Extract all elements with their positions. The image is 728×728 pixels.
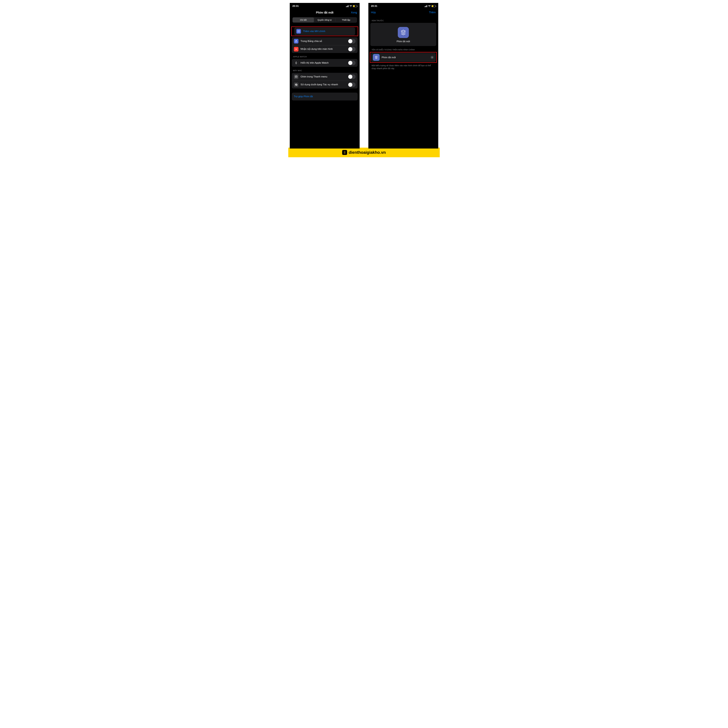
phone-right-add-to-home: 20:31 Hủy Thêm XEM TRƯỚC Phím tắt mới [369,3,438,148]
svg-rect-6 [298,32,298,32]
capture-icon [294,47,298,52]
battery-icon [431,5,436,7]
svg-rect-11 [295,62,297,64]
nav-bar: Phím tắt mới Xong [290,9,359,17]
shortcut-icon-picker[interactable] [373,54,379,61]
svg-point-10 [296,49,297,49]
toggle-share-sheet[interactable] [348,39,356,44]
cellular-icon [425,5,427,7]
nav-title: Phím tắt mới [316,11,333,14]
status-indicators [425,5,436,7]
status-bar: 20:31 [369,3,438,9]
svg-rect-12 [295,76,297,78]
section-header-preview: XEM TRƯỚC [369,17,438,23]
row-quick-action-label: Sử dụng dưới dạng Tác vụ nhanh [301,83,346,86]
status-time: 20:31 [292,5,299,8]
svg-rect-3 [298,31,298,31]
shortcut-preview-icon [398,27,409,38]
highlight-add-home: Thêm vào MH chính [291,26,358,36]
watermark-logo-icon [342,150,347,155]
row-help[interactable]: Trợ giúp Phím tắt [292,93,358,101]
row-apple-watch-label: Hiển thị trên Apple Watch [301,61,346,64]
wifi-icon [428,5,431,7]
svg-rect-7 [298,32,299,32]
svg-rect-0 [298,30,298,31]
group-sharing: Trong Bảng chia sẻ Nhận nội dung trên mà… [292,37,358,53]
row-receive-screen-label: Nhận nội dung trên màn hình [301,47,346,50]
cellular-icon [346,5,349,7]
highlight-name-row: Phím tắt mới [370,52,437,63]
group-help: Trợ giúp Phím tắt [292,93,358,101]
row-help-label: Trợ giúp Phím tắt [294,95,356,98]
toggle-receive-screen[interactable] [348,47,356,52]
toggle-quick-action[interactable] [348,83,356,87]
tab-setup[interactable]: Thiết lập [335,17,357,23]
toggle-pin-menu[interactable] [348,74,356,79]
nav-bar: Hủy Thêm [369,9,438,17]
status-bar: 20:31 [290,3,359,9]
helper-text: Một biểu tượng sẽ được thêm vào màn hình… [369,63,438,71]
row-pin-menu-label: Ghim trong Thanh menu [301,75,346,78]
tab-privacy[interactable]: Quyền riêng tư [314,17,335,23]
battery-icon [353,5,357,7]
row-add-to-home[interactable]: Thêm vào MH chính [294,28,355,35]
row-pin-menu[interactable]: Ghim trong Thanh menu [292,73,358,81]
shortcut-name-input[interactable]: Phím tắt mới [382,56,428,59]
row-name-input[interactable]: Phím tắt mới [371,53,436,62]
add-button[interactable]: Thêm [429,11,436,14]
row-receive-screen[interactable]: Nhận nội dung trên màn hình [292,45,358,53]
group-mac: Ghim trong Thanh menu Sử dụng dưới dạng … [292,73,358,89]
segmented-control[interactable]: Chi tiết Quyền riêng tư Thiết lập [292,17,357,23]
cancel-button[interactable]: Hủy [371,11,376,14]
window-icon [294,74,298,79]
watch-icon [294,61,298,65]
row-quick-action[interactable]: Sử dụng dưới dạng Tác vụ nhanh [292,81,358,89]
status-time: 20:31 [371,5,377,8]
row-apple-watch[interactable]: Hiển thị trên Apple Watch [292,59,358,67]
section-header-name-icon: TÊN VÀ BIỂU TƯỢNG TRÊN MÀN HÌNH CHÍNH [369,46,438,52]
group-watch: Hiển thị trên Apple Watch [292,59,358,67]
svg-rect-5 [299,31,300,31]
section-header-mac: MÁY MAC [290,67,359,73]
svg-rect-1 [298,30,299,31]
preview-card: Phím tắt mới [370,23,436,46]
share-icon [294,39,298,44]
row-add-to-home-label: Thêm vào MH chính [303,30,353,33]
svg-rect-4 [298,31,299,31]
app-grid-icon [296,29,301,34]
status-indicators [346,5,357,7]
section-header-watch: APPLE WATCH [290,53,359,59]
clear-name-button[interactable] [431,56,434,59]
gear-icon [294,83,298,87]
toggle-apple-watch[interactable] [348,61,356,65]
row-share-sheet[interactable]: Trong Bảng chia sẻ [292,37,358,45]
svg-rect-2 [299,30,300,31]
row-share-sheet-label: Trong Bảng chia sẻ [301,40,346,43]
svg-rect-8 [299,32,300,32]
watermark-text: dienthoaigiakho.vn [349,150,386,155]
done-button[interactable]: Xong [351,11,357,14]
watermark-banner: dienthoaigiakho.vn [288,148,440,157]
phone-left-details: 20:31 Phím tắt mới Xong Chi tiết Quyền r… [290,3,359,148]
tab-details[interactable]: Chi tiết [293,17,314,23]
wifi-icon [349,5,352,7]
preview-label: Phím tắt mới [397,40,410,43]
